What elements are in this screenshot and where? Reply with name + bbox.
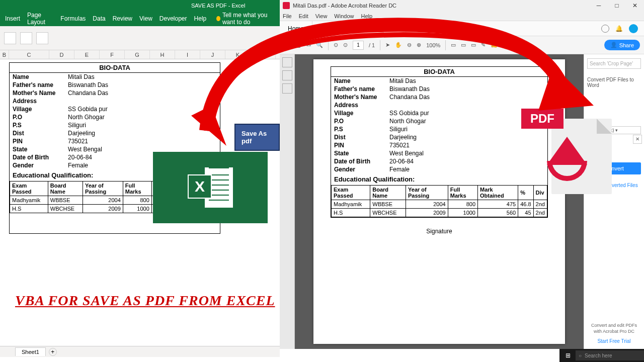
- tool-icon[interactable]: ▭: [471, 42, 476, 48]
- mail-icon[interactable]: ✉: [306, 42, 311, 48]
- maximize-button[interactable]: □: [611, 2, 623, 9]
- toolbar-button[interactable]: [36, 32, 48, 44]
- taskbar-search[interactable]: ○Search here: [576, 350, 644, 360]
- sheet-tab[interactable]: Sheet1: [15, 347, 46, 356]
- trial-link[interactable]: Start Free Trial: [587, 338, 641, 345]
- col-head[interactable]: G: [125, 50, 150, 59]
- tab-tools[interactable]: Tools: [312, 21, 343, 36]
- acrobat-app-icon: [283, 2, 290, 9]
- save-icon[interactable]: 💾: [284, 42, 291, 48]
- menu-item[interactable]: Edit: [299, 13, 308, 19]
- panel-close-button[interactable]: ✕: [633, 135, 642, 144]
- save-as-pdf-button[interactable]: Save As pdf: [234, 124, 280, 151]
- help-icon[interactable]: [601, 25, 609, 33]
- ribbon-tab[interactable]: Data: [93, 15, 105, 22]
- col-head[interactable]: K: [225, 50, 251, 59]
- biodata-row: DistDarjeeling: [10, 129, 220, 137]
- edu-heading: Educational Qualification:: [331, 173, 547, 185]
- biodata-title: BIO-DATA: [10, 63, 220, 73]
- table-cell: 2004: [406, 200, 448, 209]
- col-head[interactable]: J: [200, 50, 225, 59]
- bell-icon[interactable]: 🔔: [615, 25, 623, 32]
- ribbon-tab[interactable]: Page Layout: [27, 12, 53, 26]
- ribbon-tab[interactable]: Insert: [5, 15, 20, 22]
- ribbon-tab[interactable]: Help: [194, 15, 207, 22]
- close-button[interactable]: ✕: [629, 2, 641, 9]
- page-down-icon[interactable]: ⊙: [343, 42, 348, 48]
- tab-document[interactable]: Mitali Das.pdf✕: [343, 21, 406, 36]
- edu-header: Exam Passed: [10, 182, 48, 196]
- tool-icon[interactable]: ▭: [451, 42, 456, 48]
- edu-header: Exam Passed: [332, 186, 370, 200]
- col-head[interactable]: B: [0, 50, 9, 59]
- ribbon-tab[interactable]: Review: [113, 15, 132, 22]
- ribbon-tab[interactable]: Formulas: [60, 15, 86, 22]
- excel-logo-overlay: X: [153, 152, 268, 223]
- zoom-out-icon[interactable]: ⊖: [407, 42, 412, 48]
- zoom-level[interactable]: 100%: [426, 42, 440, 48]
- toolbar-button[interactable]: [20, 32, 32, 44]
- col-head[interactable]: I: [175, 50, 200, 59]
- tell-me-search[interactable]: Tell me what you want to do: [216, 12, 280, 26]
- ribbon-tab[interactable]: View: [139, 15, 152, 22]
- col-head[interactable]: F: [100, 50, 125, 59]
- search-icon: ○: [579, 353, 582, 358]
- caption-text: VBA FOR SAVE AS PDF FROM EXCEL: [15, 293, 275, 309]
- user-avatar-icon[interactable]: [629, 24, 638, 33]
- menu-item[interactable]: Window: [334, 13, 354, 19]
- print-icon[interactable]: 🖨: [296, 42, 301, 48]
- table-cell: Madhyamik: [10, 196, 48, 205]
- col-head[interactable]: L: [251, 50, 276, 59]
- col-head[interactable]: H: [150, 50, 175, 59]
- table-row: MadhyamikWBBSE200480047546.82nd: [332, 200, 547, 209]
- attachments-icon[interactable]: [282, 83, 292, 94]
- convert-heading: Convert PDF Files to Word: [587, 77, 641, 88]
- pointer-icon[interactable]: ➤: [385, 42, 390, 48]
- add-sheet-button[interactable]: +: [49, 348, 57, 356]
- biodata-row: NameMitali Das: [331, 77, 547, 85]
- page-number-input[interactable]: [353, 41, 364, 50]
- pdf-biodata-table: BIO-DATA NameMitali DasFather's nameBisw…: [331, 66, 548, 218]
- tab-home[interactable]: Home: [280, 21, 312, 36]
- page-viewport[interactable]: BIO-DATA NameMitali DasFather's nameBisw…: [295, 54, 584, 349]
- menu-item[interactable]: View: [315, 13, 328, 19]
- zoom-in-icon[interactable]: ⊕: [417, 42, 421, 48]
- col-head[interactable]: D: [49, 50, 74, 59]
- hand-icon[interactable]: ✋: [395, 42, 402, 48]
- ribbon-tab[interactable]: Developer: [159, 15, 187, 22]
- minimize-button[interactable]: ─: [593, 2, 605, 9]
- table-cell: 2nd: [533, 209, 547, 217]
- edu-header: Mark Obtained: [478, 186, 518, 200]
- biodata-row: P.ONorth Ghogar: [331, 117, 547, 125]
- bookmarks-icon[interactable]: [282, 70, 292, 80]
- sign-icon[interactable]: ✍: [491, 42, 498, 48]
- share-icon: 👤: [610, 42, 617, 48]
- excel-ribbon: Insert Page Layout Formulas Data Review …: [0, 11, 280, 26]
- tool-icon[interactable]: ▭: [461, 42, 466, 48]
- col-head[interactable]: C: [9, 50, 49, 59]
- page-up-icon[interactable]: ⊙: [334, 42, 338, 48]
- table-cell: 800: [448, 200, 477, 209]
- table-cell: 45: [518, 209, 533, 217]
- toolbar-button[interactable]: [4, 32, 16, 44]
- close-tab-icon[interactable]: ✕: [393, 25, 397, 32]
- edu-header: Full Marks: [123, 182, 151, 196]
- tools-search-input[interactable]: Search 'Crop Page': [587, 58, 641, 69]
- thumbnails-icon[interactable]: [282, 57, 292, 67]
- edu-header: Full Marks: [448, 186, 477, 200]
- col-head[interactable]: E: [74, 50, 100, 59]
- table-row: H.SWBCHSE20091000560452nd: [332, 209, 547, 217]
- biodata-row: Address: [10, 97, 220, 105]
- table-cell: WBCHSE: [370, 209, 406, 217]
- highlight-icon[interactable]: ✎: [481, 42, 486, 48]
- start-button[interactable]: ⊞: [561, 350, 575, 361]
- menu-item[interactable]: Help: [361, 13, 372, 19]
- table-cell: WBBSE: [370, 200, 406, 209]
- menu-item[interactable]: File: [283, 13, 292, 19]
- excel-toolbar: [0, 26, 280, 50]
- search-icon[interactable]: 🔍: [316, 42, 323, 48]
- biodata-row: Date of Birth20-06-84: [331, 157, 547, 165]
- share-button[interactable]: 👤Share: [604, 40, 640, 50]
- biodata-row: GenderFemale: [331, 165, 547, 173]
- acrobat-titlebar: Mitali Das.pdf - Adobe Acrobat Reader DC…: [280, 0, 644, 11]
